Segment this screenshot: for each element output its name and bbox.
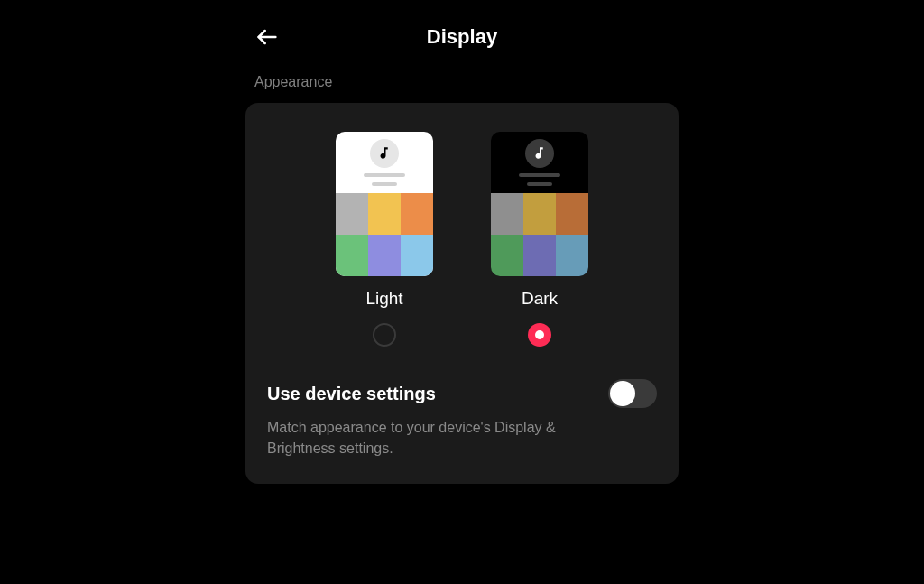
- arrow-left-icon: [254, 24, 280, 50]
- radio-dark[interactable]: [528, 323, 551, 347]
- header: Display: [245, 18, 679, 74]
- preview-tile: [556, 235, 588, 276]
- section-label-appearance: Appearance: [245, 74, 679, 90]
- preview-header: [491, 132, 588, 193]
- theme-option-light[interactable]: Light: [336, 132, 433, 347]
- preview-line: [527, 182, 552, 186]
- use-device-settings-toggle[interactable]: [608, 379, 657, 408]
- radio-light[interactable]: [373, 323, 396, 347]
- preview-tile: [491, 193, 523, 235]
- preview-tile: [401, 193, 433, 235]
- theme-label-dark: Dark: [522, 289, 558, 309]
- preview-header: [336, 132, 433, 193]
- preview-line: [372, 182, 397, 186]
- preview-line: [519, 173, 560, 177]
- appearance-card: Light: [245, 103, 679, 484]
- page-title: Display: [245, 25, 679, 49]
- toggle-knob: [610, 381, 635, 406]
- use-device-settings-row: Use device settings: [267, 379, 657, 408]
- preview-tile: [368, 193, 401, 235]
- preview-tile: [336, 193, 368, 235]
- preview-tile: [491, 235, 523, 276]
- preview-tile: [523, 193, 556, 235]
- preview-grid: [336, 193, 433, 276]
- preview-grid: [491, 193, 588, 276]
- preview-tile: [556, 193, 588, 235]
- music-note-icon: [525, 139, 554, 168]
- use-device-settings-title: Use device settings: [267, 384, 436, 404]
- radio-dot: [535, 330, 544, 339]
- theme-option-dark[interactable]: Dark: [491, 132, 588, 347]
- theme-label-light: Light: [365, 289, 402, 309]
- preview-tile: [523, 235, 556, 276]
- theme-preview-dark: [491, 132, 588, 276]
- music-note-icon: [370, 139, 399, 168]
- theme-preview-light: [336, 132, 433, 276]
- use-device-settings-description: Match appearance to your device's Displa…: [267, 417, 610, 459]
- back-button[interactable]: [253, 23, 282, 51]
- theme-options: Light: [267, 132, 657, 347]
- preview-tile: [368, 235, 401, 276]
- preview-tile: [401, 235, 433, 276]
- preview-tile: [336, 235, 368, 276]
- preview-line: [364, 173, 405, 177]
